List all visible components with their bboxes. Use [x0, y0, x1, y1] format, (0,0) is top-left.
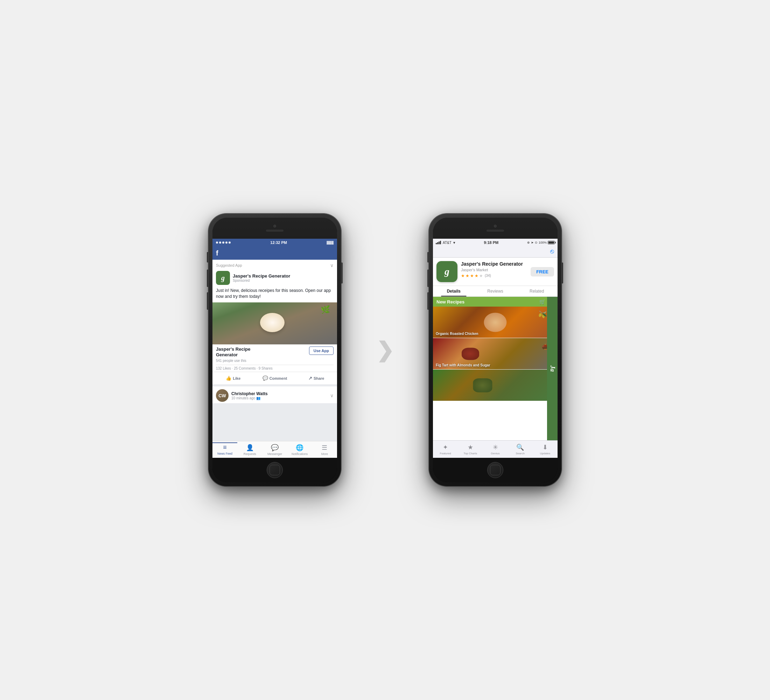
users-count: 541 people use this: [216, 359, 250, 362]
notifications-icon: 🌐: [296, 444, 303, 451]
recipe-list: 🫒 Organic Roasted Chicken 🌰 Fig Tart wit…: [433, 307, 558, 401]
as-stars: ★ ★ ★ ★ ★ (34): [461, 273, 527, 278]
dot-4: [225, 241, 228, 244]
status-right: ⊕ ➤ ⊙ 100%: [527, 241, 555, 244]
wifi-icon: ▾: [453, 241, 455, 245]
as-right-panel: Ja: [547, 297, 558, 440]
ad-text: Just in! New, delicious receipes for thi…: [212, 287, 337, 302]
messenger-label: Messenger: [267, 452, 282, 456]
friends-icon: 👥: [256, 396, 260, 400]
bottom-tab-featured[interactable]: ✦ Featured: [433, 443, 458, 455]
top-charts-icon: ★: [467, 443, 473, 451]
updates-label: Updates: [540, 452, 550, 455]
news-feed-label: News Feed: [217, 452, 232, 455]
food-shape-green: [473, 378, 492, 392]
use-app-button[interactable]: Use App: [309, 346, 333, 355]
search-label: Search: [516, 452, 525, 455]
star-3: ★: [470, 273, 474, 278]
recipe-item-2: 🌰 Fig Tart with Almonds and Sugar: [433, 338, 558, 370]
share-label: Share: [314, 376, 324, 380]
as-status-time: 9:18 PM: [484, 241, 499, 245]
recipe-label-1: Organic Roasted Chicken: [436, 332, 479, 336]
dot-5: [228, 241, 231, 244]
fb-post-meta: Christopher Watts 10 minutes ago 👥: [231, 391, 268, 400]
dot-1: [216, 241, 218, 244]
section-title: New Recipes: [437, 299, 464, 304]
app-icon: g: [216, 271, 230, 285]
food-decoration: 🫒: [538, 310, 547, 318]
tab-related[interactable]: Related: [516, 286, 558, 296]
like-button[interactable]: 👍 Like: [212, 373, 254, 383]
power-button-right: [562, 262, 563, 283]
fb-logo: f: [216, 249, 218, 257]
status-left: AT&T ▾: [436, 241, 455, 245]
comment-button[interactable]: 💬 Comment: [254, 373, 296, 383]
phone-inner: 12:32 PM ▓▓▓ f Suggested App ∨: [212, 218, 337, 482]
share-icon: ↗: [308, 375, 312, 381]
genius-icon: ✳: [493, 443, 498, 451]
battery-percent: 100%: [539, 241, 547, 244]
volume-down-button: [207, 292, 208, 310]
updates-icon: ⬇: [542, 443, 548, 451]
suggested-app-label: Suggested App: [216, 263, 242, 267]
phone-bottom: [212, 458, 337, 482]
speaker: [266, 230, 283, 232]
news-feed-icon: ≡: [223, 444, 227, 451]
home-button-inner: [270, 465, 280, 475]
tab-requests[interactable]: 👤 Requests: [237, 442, 262, 457]
post-time: 10 minutes ago 👥: [231, 396, 268, 400]
food-shape-tart: [462, 348, 479, 360]
bottom-tab-search[interactable]: 🔍 Search: [508, 443, 533, 455]
facebook-ui: 12:32 PM ▓▓▓ f Suggested App ∨: [212, 239, 337, 458]
share-button[interactable]: ↗ Share: [295, 373, 337, 383]
tab-more[interactable]: ☰ More: [312, 442, 337, 457]
phone-top: [212, 218, 337, 239]
phone-inner-right: AT&T ▾ 9:18 PM ⊕ ➤ ⊙ 100%: [433, 218, 558, 482]
comment-icon: 💬: [262, 375, 268, 381]
as-nav: ⎋: [433, 246, 558, 258]
battery-indicator: [548, 241, 555, 244]
share-button[interactable]: ⎋: [550, 248, 554, 255]
fb-post-header: CW Christopher Watts 10 minutes ago 👥 ∨: [212, 386, 337, 403]
as-screen: AT&T ▾ 9:18 PM ⊕ ➤ ⊙ 100%: [433, 239, 558, 458]
cta-app-name-1: Jasper's Recipe: [216, 346, 250, 352]
fb-card-header: Suggested App ∨: [212, 260, 337, 270]
as-app-name: Jasper's Recipe Generator: [461, 261, 527, 267]
volume-down-button-right: [427, 292, 429, 310]
silent-button-right: [427, 252, 429, 262]
recipe-item-1: 🫒 Organic Roasted Chicken: [433, 307, 558, 338]
notifications-label: Notifications: [291, 452, 307, 456]
app-name: Jasper's Recipe Generator: [233, 273, 333, 279]
star-1: ★: [461, 273, 465, 278]
as-green-header: New Recipes 🛒 🔍: [433, 297, 558, 307]
signal-bars: [436, 241, 441, 244]
fb-status-bar: 12:32 PM ▓▓▓: [212, 239, 337, 246]
home-button-right[interactable]: [487, 462, 503, 478]
bottom-tab-genius[interactable]: ✳ Genius: [483, 443, 508, 455]
messenger-icon: 💬: [271, 444, 278, 451]
tab-reviews[interactable]: Reviews: [475, 286, 516, 296]
home-button-inner-right: [490, 465, 500, 475]
tab-notifications[interactable]: 🌐 Notifications: [287, 442, 312, 457]
free-button[interactable]: FREE: [531, 267, 554, 276]
cart-icon[interactable]: 🛒: [539, 299, 545, 304]
cta-app-name-2: Generator: [216, 352, 250, 358]
like-icon: 👍: [226, 375, 231, 381]
more-label: More: [321, 452, 328, 456]
fb-stats: 132 Likes · 25 Comments · 9 Shares: [212, 365, 337, 372]
bottom-tab-top-charts[interactable]: ★ Top Charts: [458, 443, 483, 455]
fb-ad-card: Suggested App ∨ g Jasper's Recipe Genera…: [212, 260, 337, 384]
tab-news-feed[interactable]: ≡ News Feed: [212, 442, 237, 457]
genius-label: Genius: [491, 452, 500, 455]
speaker-right: [487, 230, 504, 232]
battery-icon: ▓▓▓: [327, 241, 333, 244]
tab-messenger[interactable]: 💬 Messenger: [262, 442, 287, 457]
tab-details[interactable]: Details: [433, 286, 475, 296]
as-app-icon: g: [437, 261, 458, 282]
home-button[interactable]: [267, 462, 283, 478]
as-content: New Recipes 🛒 🔍 🫒 Organic Roasted Chicke…: [433, 297, 558, 440]
bottom-tab-updates[interactable]: ⬇ Updates: [533, 443, 558, 455]
active-indicator: [212, 442, 237, 443]
fb-feed: Suggested App ∨ g Jasper's Recipe Genera…: [212, 260, 337, 441]
chevron-down-icon: ∨: [330, 262, 333, 268]
